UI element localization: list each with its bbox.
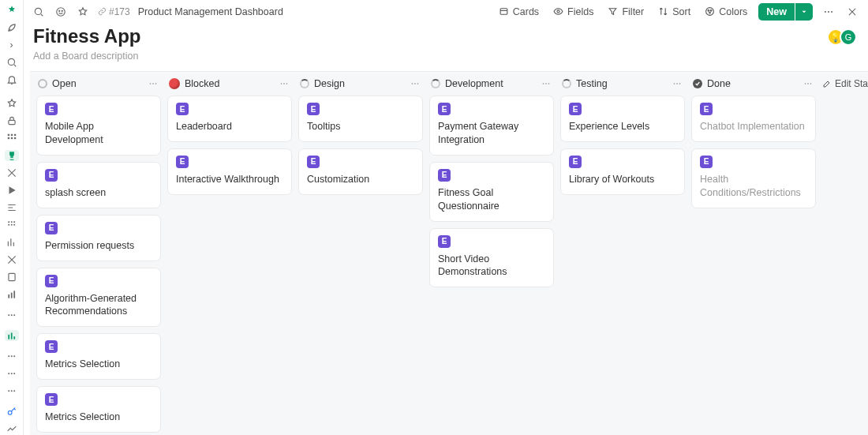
card[interactable]: EHealth Conditions/Restrictions xyxy=(691,148,816,208)
board-title[interactable]: Fitness App xyxy=(33,25,860,47)
svg-rect-26 xyxy=(13,355,15,357)
column-header[interactable]: Done xyxy=(688,72,819,96)
column-name: Open xyxy=(52,78,142,89)
card[interactable]: ELeaderboard xyxy=(167,96,292,142)
board-header: Fitness App Add a Board description 💡 G xyxy=(33,25,860,62)
close-icon[interactable] xyxy=(844,4,860,20)
svg-point-59 xyxy=(286,83,288,84)
svg-rect-7 xyxy=(13,137,15,139)
favorite-icon[interactable] xyxy=(76,5,90,19)
svg-rect-22 xyxy=(10,333,12,339)
card[interactable]: EMobile App Development xyxy=(36,96,161,156)
trophy-icon[interactable] xyxy=(5,150,19,161)
card[interactable]: EMetrics Selection xyxy=(36,386,161,433)
card[interactable]: EPayment Gateway Integration xyxy=(429,96,554,156)
breadcrumb-title[interactable]: Product Management Dashboard xyxy=(138,6,283,17)
card[interactable]: EAlgorithm-Generated Recommendations xyxy=(36,268,161,328)
svg-point-53 xyxy=(831,10,832,12)
filter-button[interactable]: Filter xyxy=(604,4,647,20)
star-icon[interactable] xyxy=(5,98,19,109)
edit-status-button[interactable]: Edit Stat xyxy=(819,72,868,96)
new-dropdown-caret[interactable] xyxy=(795,3,813,21)
card-badge: E xyxy=(307,103,320,115)
card[interactable]: EPermission requests xyxy=(36,215,161,261)
header-search-icon[interactable] xyxy=(32,5,46,19)
grid4-icon[interactable] xyxy=(5,354,19,365)
column-header[interactable]: Blocked xyxy=(164,72,295,96)
bars-icon[interactable] xyxy=(5,289,19,300)
svg-rect-23 xyxy=(13,336,15,339)
more-menu-icon[interactable] xyxy=(821,4,836,20)
play-icon[interactable] xyxy=(5,185,19,196)
list-icon[interactable] xyxy=(5,202,19,213)
card-badge: E xyxy=(307,156,320,168)
trend-icon[interactable] xyxy=(5,423,19,434)
svg-point-65 xyxy=(548,83,550,84)
column-menu-icon[interactable] xyxy=(802,79,814,88)
svg-point-71 xyxy=(810,83,812,84)
fields-toggle[interactable]: Fields xyxy=(550,4,597,20)
column-menu-icon[interactable] xyxy=(147,79,159,88)
svg-rect-1 xyxy=(8,120,14,124)
svg-point-68 xyxy=(679,83,681,84)
card[interactable]: EInteractive Walkthrough xyxy=(167,148,292,195)
column-menu-icon[interactable] xyxy=(540,79,552,88)
card[interactable]: ETooltips xyxy=(298,96,423,142)
card[interactable]: ELibrary of Workouts xyxy=(560,148,685,195)
svg-rect-32 xyxy=(13,390,15,392)
column-name: Done xyxy=(707,78,797,89)
card[interactable]: EShort Video Demonstrations xyxy=(429,228,554,288)
svg-point-42 xyxy=(57,7,65,16)
shuffle-icon[interactable] xyxy=(5,167,19,178)
key-icon[interactable] xyxy=(5,406,19,417)
colors-button[interactable]: Colors xyxy=(702,4,750,20)
note-icon[interactable] xyxy=(5,272,19,283)
expand-arrow-icon[interactable]: › xyxy=(5,39,19,51)
column-name: Design xyxy=(314,78,404,89)
svg-rect-27 xyxy=(8,373,9,374)
cards-toggle[interactable]: Cards xyxy=(496,4,542,20)
column-menu-icon[interactable] xyxy=(409,79,421,88)
column-menu-icon[interactable] xyxy=(278,79,290,88)
column-header[interactable]: Design xyxy=(295,72,426,96)
emoji-icon[interactable] xyxy=(54,5,68,19)
column-header[interactable]: Testing xyxy=(557,72,688,96)
column-menu-icon[interactable] xyxy=(671,79,683,88)
svg-rect-15 xyxy=(8,294,9,298)
app-logo-icon[interactable] xyxy=(4,5,20,16)
card[interactable]: EChatbot Implementation xyxy=(691,96,816,142)
search-icon[interactable] xyxy=(5,57,19,68)
status-progress-icon xyxy=(562,79,571,88)
cross-icon[interactable] xyxy=(5,254,19,265)
avatar-stack[interactable]: 💡 G xyxy=(832,28,857,46)
bars2-icon[interactable] xyxy=(5,330,19,341)
column-header[interactable]: Development xyxy=(426,72,557,96)
card-title: Metrics Selection xyxy=(45,411,152,424)
card[interactable]: ECustomization xyxy=(298,148,423,195)
breadcrumb-id[interactable]: #173 xyxy=(98,6,130,17)
card[interactable]: EFitness Goal Questionnaire xyxy=(429,162,554,222)
svg-point-66 xyxy=(674,83,675,84)
lock-icon[interactable] xyxy=(5,115,19,126)
card[interactable]: EExperience Levels xyxy=(560,96,685,142)
rocket-icon[interactable] xyxy=(5,22,19,33)
grid2-icon[interactable] xyxy=(5,219,19,231)
column-header[interactable]: Open xyxy=(33,72,164,96)
card[interactable]: EMetrics Selection xyxy=(36,333,161,380)
svg-point-50 xyxy=(709,12,711,13)
new-button[interactable]: New xyxy=(758,3,795,21)
svg-point-52 xyxy=(828,10,829,12)
card[interactable]: Esplash screen xyxy=(36,162,161,208)
avatar[interactable]: G xyxy=(840,28,857,46)
svg-point-62 xyxy=(417,83,419,84)
grid-icon[interactable] xyxy=(5,133,19,144)
grid5-icon[interactable] xyxy=(5,371,19,382)
grid3-icon[interactable] xyxy=(5,313,19,324)
grid6-icon[interactable] xyxy=(5,388,19,399)
card-badge: E xyxy=(45,275,58,287)
bell-icon[interactable] xyxy=(5,74,19,85)
card-badge: E xyxy=(45,340,58,353)
sort-button[interactable]: Sort xyxy=(655,4,694,20)
board-description-placeholder[interactable]: Add a Board description xyxy=(33,51,860,62)
chart-icon[interactable] xyxy=(5,237,19,248)
